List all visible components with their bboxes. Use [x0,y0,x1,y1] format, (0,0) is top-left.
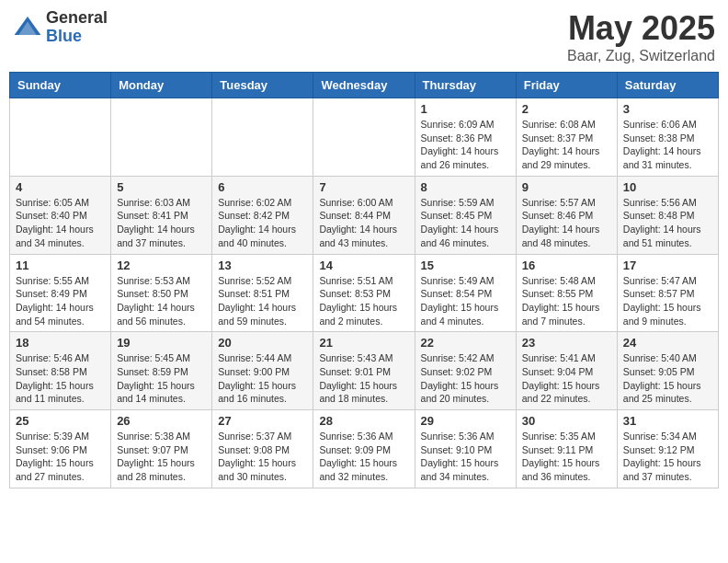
calendar-cell: 28Sunrise: 5:36 AM Sunset: 9:09 PM Dayli… [313,410,415,488]
day-info: Sunrise: 5:36 AM Sunset: 9:10 PM Dayligh… [421,430,510,484]
day-info: Sunrise: 5:35 AM Sunset: 9:11 PM Dayligh… [522,430,611,484]
calendar-title: May 2025 [567,9,715,48]
day-number: 26 [117,414,206,428]
day-number: 7 [319,180,408,194]
calendar-cell: 18Sunrise: 5:46 AM Sunset: 8:58 PM Dayli… [10,332,111,410]
logo-general-text: General [46,9,108,28]
day-info: Sunrise: 5:40 AM Sunset: 9:05 PM Dayligh… [623,351,712,406]
day-number: 29 [421,414,510,428]
weekday-header-row: SundayMondayTuesdayWednesdayThursdayFrid… [10,73,719,98]
day-info: Sunrise: 6:08 AM Sunset: 8:37 PM Dayligh… [522,118,611,172]
calendar-cell: 30Sunrise: 5:35 AM Sunset: 9:11 PM Dayli… [516,410,617,488]
weekday-header-thursday: Thursday [415,73,516,98]
day-number: 13 [218,259,307,272]
logo-icon [13,13,42,42]
weekday-header-wednesday: Wednesday [313,73,415,98]
calendar-cell [10,98,111,177]
day-info: Sunrise: 5:57 AM Sunset: 8:46 PM Dayligh… [522,196,611,250]
calendar-cell: 21Sunrise: 5:43 AM Sunset: 9:01 PM Dayli… [313,332,415,410]
calendar-cell [212,98,313,177]
day-info: Sunrise: 5:47 AM Sunset: 8:57 PM Dayligh… [623,274,712,328]
logo-text: General Blue [46,9,108,46]
calendar-cell: 29Sunrise: 5:36 AM Sunset: 9:10 PM Dayli… [415,410,516,488]
day-number: 15 [421,259,510,272]
day-info: Sunrise: 5:53 AM Sunset: 8:50 PM Dayligh… [117,274,206,328]
title-block: May 2025 Baar, Zug, Switzerland [567,9,715,64]
calendar-cell [111,98,212,177]
day-number: 30 [522,414,611,428]
day-number: 18 [16,336,105,350]
calendar-cell: 11Sunrise: 5:55 AM Sunset: 8:49 PM Dayli… [10,254,111,332]
day-number: 12 [117,259,206,272]
calendar-location: Baar, Zug, Switzerland [567,48,715,64]
day-info: Sunrise: 6:06 AM Sunset: 8:38 PM Dayligh… [623,118,712,172]
calendar-cell: 20Sunrise: 5:44 AM Sunset: 9:00 PM Dayli… [212,332,313,410]
calendar-week-1: 1Sunrise: 6:09 AM Sunset: 8:36 PM Daylig… [10,98,719,177]
calendar-cell: 10Sunrise: 5:56 AM Sunset: 8:48 PM Dayli… [617,176,718,254]
day-info: Sunrise: 5:59 AM Sunset: 8:45 PM Dayligh… [421,196,510,250]
day-info: Sunrise: 6:00 AM Sunset: 8:44 PM Dayligh… [319,196,408,250]
weekday-header-saturday: Saturday [617,73,718,98]
day-number: 1 [421,102,510,116]
weekday-header-sunday: Sunday [10,73,111,98]
calendar-cell: 24Sunrise: 5:40 AM Sunset: 9:05 PM Dayli… [617,332,718,410]
weekday-header-friday: Friday [516,73,617,98]
day-info: Sunrise: 5:42 AM Sunset: 9:02 PM Dayligh… [421,351,510,406]
logo: General Blue [13,9,108,46]
day-info: Sunrise: 5:39 AM Sunset: 9:06 PM Dayligh… [16,430,105,484]
day-number: 27 [218,414,307,428]
logo-blue-text: Blue [46,28,108,46]
day-info: Sunrise: 5:52 AM Sunset: 8:51 PM Dayligh… [218,274,307,328]
calendar-cell: 16Sunrise: 5:48 AM Sunset: 8:55 PM Dayli… [516,254,617,332]
weekday-header-monday: Monday [111,73,212,98]
calendar-week-2: 4Sunrise: 6:05 AM Sunset: 8:40 PM Daylig… [10,176,719,254]
day-number: 20 [218,336,307,350]
day-number: 22 [421,336,510,350]
day-number: 21 [319,336,408,350]
day-info: Sunrise: 5:45 AM Sunset: 8:59 PM Dayligh… [117,351,206,406]
calendar-cell: 8Sunrise: 5:59 AM Sunset: 8:45 PM Daylig… [415,176,516,254]
day-info: Sunrise: 5:46 AM Sunset: 8:58 PM Dayligh… [16,351,105,406]
day-number: 24 [623,336,712,350]
calendar-cell: 27Sunrise: 5:37 AM Sunset: 9:08 PM Dayli… [212,410,313,488]
calendar-cell: 6Sunrise: 6:02 AM Sunset: 8:42 PM Daylig… [212,176,313,254]
calendar-week-5: 25Sunrise: 5:39 AM Sunset: 9:06 PM Dayli… [10,410,719,488]
calendar-week-4: 18Sunrise: 5:46 AM Sunset: 8:58 PM Dayli… [10,332,719,410]
calendar-cell: 22Sunrise: 5:42 AM Sunset: 9:02 PM Dayli… [415,332,516,410]
calendar-cell: 4Sunrise: 6:05 AM Sunset: 8:40 PM Daylig… [10,176,111,254]
day-info: Sunrise: 5:44 AM Sunset: 9:00 PM Dayligh… [218,351,307,406]
calendar-week-3: 11Sunrise: 5:55 AM Sunset: 8:49 PM Dayli… [10,254,719,332]
calendar-cell: 5Sunrise: 6:03 AM Sunset: 8:41 PM Daylig… [111,176,212,254]
calendar-cell: 14Sunrise: 5:51 AM Sunset: 8:53 PM Dayli… [313,254,415,332]
day-info: Sunrise: 6:03 AM Sunset: 8:41 PM Dayligh… [117,196,206,250]
day-info: Sunrise: 5:51 AM Sunset: 8:53 PM Dayligh… [319,274,408,328]
day-number: 8 [421,180,510,194]
calendar-cell: 25Sunrise: 5:39 AM Sunset: 9:06 PM Dayli… [10,410,111,488]
day-number: 3 [623,102,712,116]
calendar-cell [313,98,415,177]
weekday-header-tuesday: Tuesday [212,73,313,98]
day-info: Sunrise: 5:38 AM Sunset: 9:07 PM Dayligh… [117,430,206,484]
calendar-cell: 15Sunrise: 5:49 AM Sunset: 8:54 PM Dayli… [415,254,516,332]
page-header: General Blue May 2025 Baar, Zug, Switzer… [9,9,719,64]
day-number: 25 [16,414,105,428]
day-info: Sunrise: 6:02 AM Sunset: 8:42 PM Dayligh… [218,196,307,250]
calendar-cell: 26Sunrise: 5:38 AM Sunset: 9:07 PM Dayli… [111,410,212,488]
day-info: Sunrise: 6:05 AM Sunset: 8:40 PM Dayligh… [16,196,105,250]
day-number: 14 [319,259,408,272]
day-number: 4 [16,180,105,194]
day-number: 19 [117,336,206,350]
day-info: Sunrise: 5:36 AM Sunset: 9:09 PM Dayligh… [319,430,408,484]
calendar-cell: 19Sunrise: 5:45 AM Sunset: 8:59 PM Dayli… [111,332,212,410]
day-info: Sunrise: 5:43 AM Sunset: 9:01 PM Dayligh… [319,351,408,406]
day-number: 2 [522,102,611,116]
calendar-cell: 31Sunrise: 5:34 AM Sunset: 9:12 PM Dayli… [617,410,718,488]
calendar-cell: 23Sunrise: 5:41 AM Sunset: 9:04 PM Dayli… [516,332,617,410]
calendar-cell: 17Sunrise: 5:47 AM Sunset: 8:57 PM Dayli… [617,254,718,332]
calendar-cell: 1Sunrise: 6:09 AM Sunset: 8:36 PM Daylig… [415,98,516,177]
day-info: Sunrise: 5:55 AM Sunset: 8:49 PM Dayligh… [16,274,105,328]
day-number: 23 [522,336,611,350]
day-info: Sunrise: 5:56 AM Sunset: 8:48 PM Dayligh… [623,196,712,250]
day-info: Sunrise: 6:09 AM Sunset: 8:36 PM Dayligh… [421,118,510,172]
day-info: Sunrise: 5:37 AM Sunset: 9:08 PM Dayligh… [218,430,307,484]
